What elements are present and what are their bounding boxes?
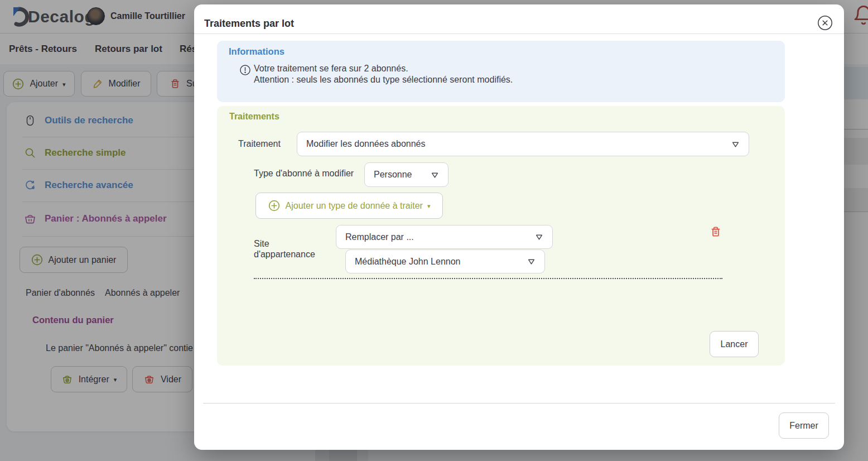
replace-action-select[interactable]: Remplacer par ...	[336, 225, 553, 249]
add-data-type-button[interactable]: Ajouter un type de donnée à traiter ▾	[255, 193, 443, 219]
close-icon[interactable]	[815, 13, 835, 33]
site-value-select-value: Médiathèque John Lennon	[355, 257, 461, 267]
site-value-select[interactable]: Médiathèque John Lennon	[345, 249, 545, 273]
subscriber-type-label: Type d'abonné à modifier	[254, 169, 354, 179]
alert-circle-icon	[239, 64, 251, 78]
treatment-label: Traitement	[238, 139, 281, 149]
site-label: Site d'appartenance	[254, 238, 324, 260]
close-modal-button-label: Fermer	[789, 421, 818, 431]
treatment-select[interactable]: Modifier les données abonnés	[297, 132, 749, 156]
treatments-section-title: Traitements	[229, 112, 279, 122]
close-modal-button[interactable]: Fermer	[779, 412, 829, 439]
info-section-title: Informations	[229, 46, 284, 57]
treatments-section: Traitements Traitement Modifier les donn…	[217, 106, 785, 366]
subscriber-type-select-value: Personne	[374, 170, 412, 180]
chevron-down-icon	[431, 171, 439, 179]
launch-button[interactable]: Lancer	[710, 331, 759, 357]
modal-title: Traitements par lot	[204, 18, 294, 30]
add-data-type-button-label: Ajouter un type de donnée à traiter	[286, 201, 423, 211]
remove-data-type-trash-icon[interactable]	[710, 225, 722, 240]
subscriber-type-select[interactable]: Personne	[364, 162, 449, 187]
batch-treatments-modal: Traitements par lot Informations Votre t…	[194, 4, 844, 450]
divider	[194, 33, 844, 34]
app-root: Decalog Camille Tourtillier Prêts - Reto…	[0, 0, 868, 461]
caret-down-icon: ▾	[427, 203, 431, 210]
info-text-line1: Votre traitement se fera sur 2 abonnés.	[254, 64, 408, 74]
replace-action-select-value: Remplacer par ...	[345, 232, 414, 242]
info-section: Informations Votre traitement se fera su…	[217, 41, 785, 102]
launch-button-label: Lancer	[721, 339, 748, 349]
chevron-down-icon	[527, 257, 536, 266]
chevron-down-icon	[535, 233, 543, 241]
treatment-select-value: Modifier les données abonnés	[306, 139, 425, 149]
divider	[203, 403, 835, 404]
chevron-down-icon	[731, 140, 740, 148]
plus-circle-icon	[268, 200, 280, 212]
info-text-line2: Attention : seuls les abonnés du type sé…	[254, 75, 513, 85]
dashed-separator	[254, 278, 722, 279]
